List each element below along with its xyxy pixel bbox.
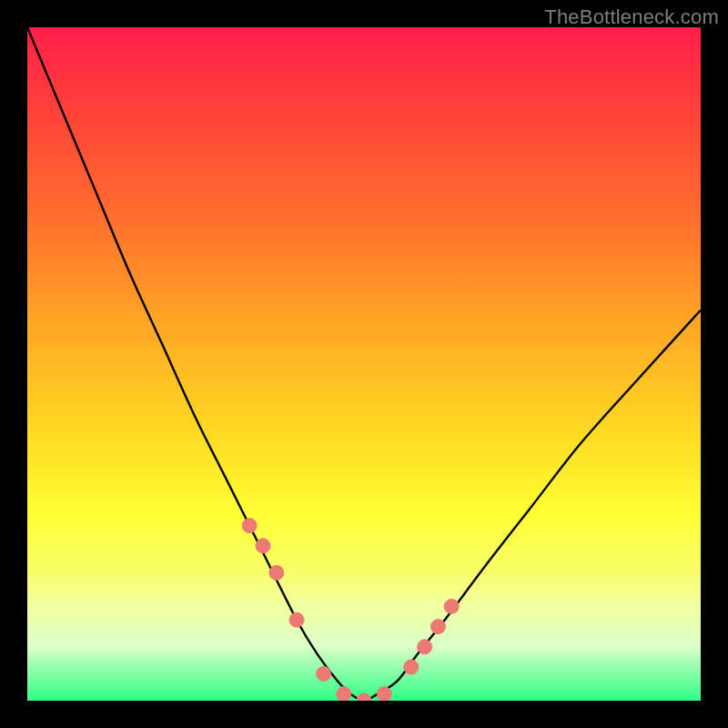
chart-frame: TheBottleneck.com [0, 0, 728, 728]
highlighted-markers [242, 519, 459, 701]
marker-point [337, 687, 351, 701]
marker-point [418, 640, 432, 654]
marker-point [377, 687, 391, 701]
plot-area [27, 27, 701, 701]
bottleneck-curve [27, 27, 701, 701]
marker-point [269, 565, 284, 580]
watermark-text: TheBottleneck.com [544, 5, 719, 29]
marker-point [357, 693, 371, 701]
marker-point [242, 519, 257, 533]
marker-point [444, 599, 459, 613]
curve-svg [27, 27, 701, 701]
marker-point [317, 666, 331, 681]
marker-point [256, 539, 270, 553]
marker-point [404, 660, 419, 674]
marker-point [289, 612, 304, 627]
marker-point [430, 620, 445, 634]
